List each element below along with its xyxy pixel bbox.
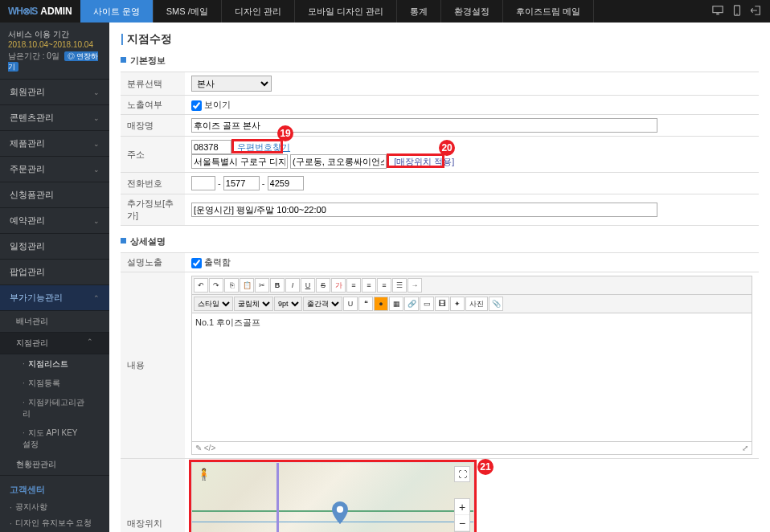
- zip-input[interactable]: [191, 140, 231, 154]
- store-name-input[interactable]: [191, 118, 657, 133]
- top-nav: 사이트 운영 SMS /메일 디자인 관리 모바일 디자인 관리 통계 환경설정…: [80, 0, 704, 23]
- ed-strike-icon[interactable]: S: [316, 278, 330, 293]
- ed-align-right-icon[interactable]: ≡: [377, 278, 391, 293]
- sidebar-item-reserve[interactable]: 예약관리⌄: [0, 208, 109, 234]
- editor-body[interactable]: No.1 후이즈골프: [191, 313, 752, 442]
- mobile-icon[interactable]: [731, 5, 743, 18]
- sidebar-subsub-apikey[interactable]: 지도 API KEY 설정: [0, 424, 109, 454]
- ed-paste-icon[interactable]: 📋: [240, 278, 254, 293]
- sidebar-sub-board[interactable]: 현황판관리: [0, 454, 109, 476]
- sidebar-item-order[interactable]: 주문관리⌄: [0, 157, 109, 182]
- sidebar-subsub-list[interactable]: 지점리스트: [0, 354, 109, 374]
- ed-align-left-icon[interactable]: ≡: [346, 278, 361, 293]
- sidebar-link-maint[interactable]: 디자인 유지보수 요청: [0, 515, 109, 531]
- annotation-badge-20: 20: [439, 140, 455, 156]
- sidebar-item-member[interactable]: 회원관리⌄: [0, 80, 109, 105]
- pegman-icon[interactable]: 🧍: [197, 468, 211, 481]
- sidebar-sub-branch[interactable]: 지점관리⌃: [0, 333, 109, 354]
- map-fullscreen-icon[interactable]: ⛶: [454, 466, 470, 482]
- label-content: 내용: [121, 272, 185, 459]
- ed-style-select[interactable]: 스타일: [194, 297, 233, 311]
- logo[interactable]: WH⊗IS ADMIN: [0, 6, 80, 17]
- ed-align-center-icon[interactable]: ≡: [362, 278, 376, 293]
- sidebar-item-extra[interactable]: 부가기능관리⌃: [0, 285, 109, 311]
- nav-design[interactable]: 디자인 관리: [222, 0, 295, 23]
- ed-resize-icon[interactable]: ⤢: [742, 444, 748, 452]
- ed-film-icon[interactable]: 🎞: [435, 297, 449, 311]
- sidebar-subsub-category[interactable]: 지점카테고리관리: [0, 393, 109, 424]
- address2-input[interactable]: [290, 154, 387, 169]
- sidebar-item-form[interactable]: 신청폼관리: [0, 182, 109, 208]
- label-category: 분류선택: [121, 72, 185, 96]
- desc-visible-checkbox[interactable]: [191, 258, 202, 268]
- nav-settings[interactable]: 환경설정: [441, 0, 503, 23]
- tel1-input[interactable]: [191, 176, 215, 190]
- section-detail: 상세설명: [121, 235, 759, 248]
- ed-color-icon[interactable]: 가: [331, 278, 346, 293]
- ed-list-icon[interactable]: ☰: [392, 278, 407, 293]
- visible-checkbox-label[interactable]: 보이기: [191, 100, 231, 109]
- visible-checkbox[interactable]: [191, 100, 202, 111]
- nav-stats[interactable]: 통계: [397, 0, 441, 23]
- ed-indent-icon[interactable]: →: [408, 278, 422, 293]
- period-date: 2018.10.04~2018.10.04: [8, 40, 101, 49]
- logo-text: ADMIN: [40, 6, 72, 17]
- main-content: 지점수정 기본정보 분류선택 본사 노출여부 보이기 매장명 주소 우편번호찾기: [109, 23, 770, 532]
- editor-footer: ✎ </> ⤢: [191, 442, 752, 455]
- ed-size-select[interactable]: 9pt: [274, 297, 302, 311]
- sidebar-link-notice[interactable]: 공지사항: [0, 499, 109, 515]
- desc-visible-label[interactable]: 출력함: [191, 257, 231, 267]
- tel3-input[interactable]: [268, 176, 304, 190]
- apply-location-button[interactable]: [매장위치 적용]: [389, 156, 459, 167]
- ed-orange-icon[interactable]: ●: [374, 297, 388, 311]
- ed-undo-icon[interactable]: ↶: [194, 278, 208, 293]
- label-location: 매장위치: [121, 459, 185, 533]
- ed-box-icon[interactable]: ▭: [420, 297, 434, 311]
- ed-u-icon[interactable]: U: [343, 297, 358, 311]
- ed-html-icon[interactable]: </>: [204, 444, 215, 452]
- ed-edit-icon[interactable]: ✎: [195, 444, 202, 452]
- logout-icon[interactable]: [751, 5, 762, 18]
- zoom-out-button[interactable]: −: [455, 515, 469, 531]
- sidebar-subsub-register[interactable]: 지점등록: [0, 374, 109, 393]
- ed-redo-icon[interactable]: ↷: [209, 278, 223, 293]
- sidebar-item-content[interactable]: 콘텐츠관리⌄: [0, 105, 109, 131]
- tel2-input[interactable]: [223, 176, 260, 190]
- ed-star-icon[interactable]: ✦: [450, 297, 465, 311]
- sidebar-item-product[interactable]: 제품관리⌄: [0, 131, 109, 157]
- sidebar-item-label: 제품관리: [10, 137, 45, 149]
- ed-cut-icon[interactable]: ✂: [255, 278, 269, 293]
- map-view[interactable]: 🧍 ⛶ + − Google: [191, 462, 474, 532]
- label-store-name: 매장명: [121, 115, 185, 137]
- visible-text: 보이기: [204, 100, 231, 109]
- top-icons: [704, 5, 770, 18]
- nav-dream-mail[interactable]: 후이즈드림 메일: [503, 0, 594, 23]
- ed-copy-icon[interactable]: ⎘: [224, 278, 239, 293]
- nav-mobile-design[interactable]: 모바일 디자인 관리: [295, 0, 397, 23]
- zip-search-button[interactable]: 우편번호찾기: [234, 141, 293, 153]
- sidebar-item-schedule[interactable]: 일정관리: [0, 234, 109, 260]
- category-select[interactable]: 본사: [191, 76, 272, 92]
- ed-bold-icon[interactable]: B: [270, 278, 285, 293]
- ed-photo-button[interactable]: 사진: [465, 297, 488, 311]
- nav-sms[interactable]: SMS /메일: [154, 0, 222, 23]
- address1-input[interactable]: [191, 154, 288, 169]
- sidebar-item-popup[interactable]: 팝업관리: [0, 260, 109, 285]
- desktop-icon[interactable]: [712, 5, 723, 18]
- nav-site[interactable]: 사이트 운영: [80, 0, 154, 23]
- ed-spacing-select[interactable]: 줄간격: [303, 297, 342, 311]
- ed-italic-icon[interactable]: I: [285, 278, 300, 293]
- ed-quote-icon[interactable]: ❝: [358, 297, 373, 311]
- extra-info-input[interactable]: [191, 203, 657, 217]
- ed-font-select[interactable]: 굴림체: [234, 297, 273, 311]
- ed-file-icon[interactable]: 📎: [489, 297, 503, 311]
- ed-table-icon[interactable]: ▦: [389, 297, 403, 311]
- zoom-in-button[interactable]: +: [455, 499, 469, 515]
- desc-visible-text: 출력함: [204, 257, 231, 267]
- sidebar-item-label: 신청폼관리: [10, 189, 54, 201]
- ed-link-icon[interactable]: 🔗: [404, 297, 419, 311]
- svg-point-4: [337, 506, 343, 513]
- sidebar-item-label: 회원관리: [10, 86, 45, 98]
- sidebar-sub-banner[interactable]: 배너관리: [0, 311, 109, 333]
- ed-underline-icon[interactable]: U: [301, 278, 315, 293]
